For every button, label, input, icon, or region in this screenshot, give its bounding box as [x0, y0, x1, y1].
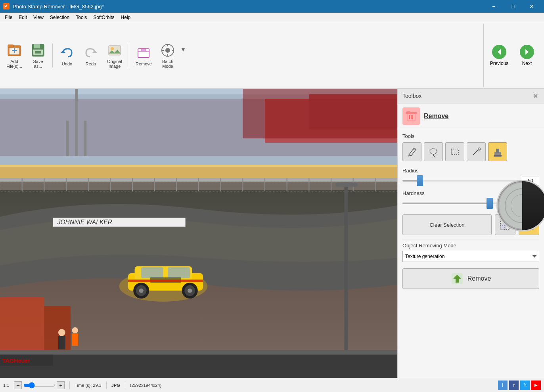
svg-rect-75 — [0, 350, 397, 355]
pencil-tool-button[interactable] — [402, 142, 421, 161]
svg-rect-103 — [451, 149, 458, 155]
save-as-label: Saveas... — [33, 59, 43, 69]
svg-rect-13 — [109, 46, 121, 55]
next-label: Next — [522, 61, 532, 66]
youtube-button[interactable]: ▶ — [531, 381, 541, 390]
facebook-button[interactable]: f — [509, 381, 519, 390]
zoom-in-button[interactable]: + — [57, 381, 65, 389]
title-bar-controls: − □ ✕ — [485, 0, 541, 13]
radius-slider-thumb[interactable] — [417, 175, 423, 186]
rect-select-tool-button[interactable] — [445, 142, 464, 161]
svg-point-102 — [430, 149, 437, 154]
add-files-icon — [6, 42, 22, 58]
minimize-button[interactable]: − — [485, 0, 503, 13]
remove-button-section: Remove — [398, 265, 544, 295]
toolbar-sep-1 — [52, 44, 53, 67]
previous-button[interactable]: Previous — [485, 24, 513, 87]
menu-softorbits[interactable]: SoftOrbits — [90, 14, 117, 21]
toolbar-sep-2 — [129, 44, 129, 67]
menu-tools[interactable]: Tools — [73, 14, 90, 21]
status-sep-2 — [106, 381, 107, 389]
save-as-button[interactable]: Saveas... — [27, 41, 49, 70]
undo-label: Undo — [62, 61, 72, 66]
svg-rect-96 — [528, 202, 539, 211]
close-button[interactable]: ✕ — [523, 0, 541, 13]
svg-rect-68 — [0, 297, 44, 350]
title-bar-left: P Photo Stamp Remover - IMG_8562.jpg* — [3, 3, 104, 10]
toolbox-title: Toolbox — [402, 93, 421, 99]
remove-button-label: Remove — [467, 275, 491, 282]
menu-view[interactable]: View — [30, 14, 47, 21]
toolbar-more-arrow[interactable]: ▼ — [180, 46, 186, 65]
info-button[interactable]: i — [498, 381, 508, 390]
zoom-controls: − + — [14, 381, 65, 389]
redo-button[interactable]: Redo — [80, 43, 102, 68]
radius-slider-track[interactable] — [402, 180, 519, 182]
svg-point-70 — [58, 329, 65, 336]
remove-button-arrow-icon — [451, 272, 464, 285]
svg-rect-69 — [44, 306, 71, 350]
batch-mode-button[interactable]: BatchMode — [157, 41, 179, 70]
image-dimensions: (2592x1944x24) — [130, 383, 162, 388]
object-mode-select[interactable]: Texture generation Inpainting Average — [402, 251, 539, 262]
svg-text:JOHNNIE WALKER: JOHNNIE WALKER — [57, 219, 112, 226]
lasso-tool-button[interactable] — [424, 142, 443, 161]
svg-rect-79 — [335, 182, 358, 187]
menu-edit[interactable]: Edit — [15, 14, 30, 21]
batch-mode-icon — [160, 42, 176, 58]
info-icon: i — [502, 382, 503, 388]
tools-row — [402, 142, 539, 161]
undo-button[interactable]: Undo — [56, 43, 78, 68]
maximize-button[interactable]: □ — [504, 0, 522, 13]
title-bar: P Photo Stamp Remover - IMG_8562.jpg* − … — [0, 0, 544, 13]
svg-rect-16 — [141, 49, 146, 51]
svg-rect-108 — [496, 149, 499, 153]
next-icon — [520, 45, 534, 59]
svg-rect-109 — [494, 155, 502, 157]
save-as-icon — [30, 42, 46, 58]
zoom-slider[interactable] — [23, 382, 55, 388]
svg-rect-10 — [35, 51, 41, 54]
menu-selection[interactable]: Selection — [47, 14, 73, 21]
youtube-icon: ▶ — [534, 383, 538, 387]
magnifier-overlay — [496, 180, 544, 231]
svg-marker-12 — [92, 50, 97, 53]
svg-text:P: P — [4, 4, 7, 9]
svg-marker-11 — [61, 50, 65, 53]
svg-rect-38 — [168, 267, 190, 278]
app-icon: P — [3, 3, 10, 10]
svg-marker-24 — [525, 49, 529, 55]
remove-section: Remove — [398, 103, 544, 129]
zoom-out-button[interactable]: − — [14, 381, 22, 389]
add-files-button[interactable]: AddFile(s)... — [3, 41, 25, 70]
add-files-label: AddFile(s)... — [6, 59, 22, 69]
nav-buttons: Previous Next — [483, 24, 541, 87]
menu-file[interactable]: File — [2, 14, 15, 21]
image-area[interactable]: JOHNNIE WALKER — [0, 89, 397, 378]
svg-rect-71 — [58, 336, 65, 349]
svg-rect-85 — [406, 111, 410, 113]
tools-label: Tools — [402, 133, 539, 139]
next-button[interactable]: Next — [513, 24, 541, 87]
svg-text:TAGHeuer: TAGHeuer — [2, 358, 31, 364]
clear-selection-button[interactable]: Clear Selection — [402, 214, 492, 235]
stamp-tool-button[interactable] — [488, 142, 507, 161]
previous-label: Previous — [490, 61, 509, 66]
remove-section-title: Remove — [424, 113, 448, 120]
menu-help[interactable]: Help — [118, 14, 134, 21]
svg-rect-32 — [0, 167, 397, 178]
svg-point-72 — [72, 327, 78, 334]
twitter-button[interactable]: 𝕏 — [520, 381, 530, 390]
magic-tool-button[interactable] — [467, 142, 486, 161]
remove-toolbar-button[interactable]: Remove — [132, 43, 155, 68]
remove-section-icon — [402, 107, 420, 125]
remove-title-text: Remove — [424, 113, 448, 119]
hardness-slider-thumb[interactable] — [487, 198, 493, 209]
original-image-button[interactable]: OriginalImage — [103, 41, 126, 70]
previous-icon — [492, 45, 506, 59]
svg-point-14 — [111, 47, 114, 50]
svg-rect-31 — [243, 89, 397, 138]
svg-rect-98 — [529, 210, 538, 213]
remove-action-button[interactable]: Remove — [402, 268, 539, 289]
toolbox-close-button[interactable]: ✕ — [531, 92, 539, 100]
